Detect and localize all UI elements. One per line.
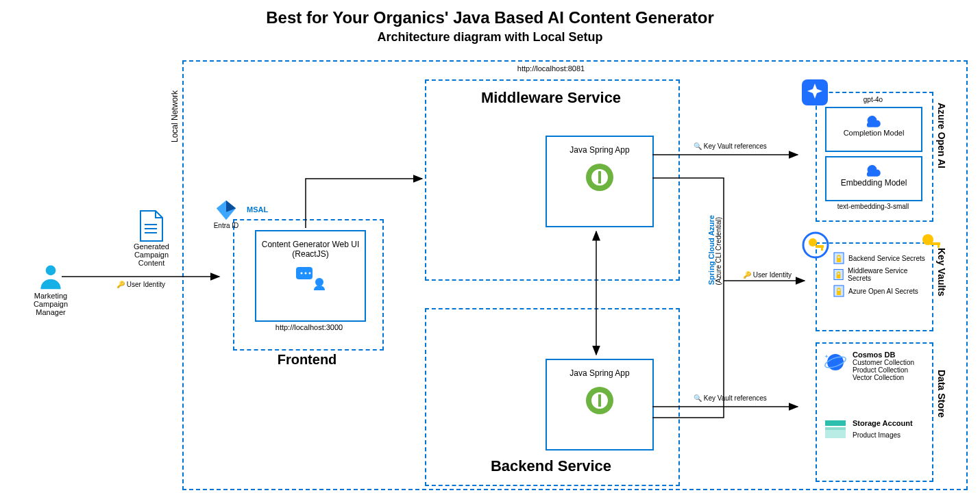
frontend-group-label: Frontend xyxy=(233,352,381,368)
svg-rect-36 xyxy=(825,420,846,426)
key-icon: 🔑 xyxy=(117,281,125,288)
spring-icon xyxy=(584,385,615,416)
mw-keyvault-ref-label: 🔍 Key Vault references xyxy=(694,142,767,150)
key-icon: 🔍 xyxy=(694,142,702,150)
key-icon: 🔍 xyxy=(694,394,702,402)
svg-point-9 xyxy=(309,272,311,275)
keyvault-item: Middleware Service Secrets xyxy=(833,267,928,282)
be-keyvault-ref-label: 🔍 Key Vault references xyxy=(694,394,767,402)
entra-id: Entra ID xyxy=(206,199,247,229)
svg-rect-33 xyxy=(837,291,841,295)
page-title: Best for Your Organics' Java Based AI Co… xyxy=(0,8,980,27)
key-icon: 🔑 xyxy=(743,271,751,279)
svg-point-7 xyxy=(301,272,303,275)
svg-rect-38 xyxy=(825,427,846,430)
completion-model-box: Completion Model xyxy=(825,107,922,152)
middleware-box: Java Spring App xyxy=(546,136,654,227)
kv-user-identity-label: 🔑 User Identity xyxy=(743,271,792,279)
backend-group-label: Backend Service xyxy=(425,457,677,475)
svg-rect-12 xyxy=(598,171,601,183)
svg-rect-27 xyxy=(938,242,940,248)
local-network-label: Local Network xyxy=(170,60,180,142)
svg-point-0 xyxy=(46,266,56,276)
arrow-middleware-backend xyxy=(589,227,603,359)
embedding-model-label: Embedding Model xyxy=(826,178,921,188)
keyvault-items: Backend Service Secrets Middleware Servi… xyxy=(833,249,928,300)
entra-id-label: Entra ID xyxy=(206,222,247,229)
middleware-group-label: Middleware Service xyxy=(425,89,677,107)
secret-icon xyxy=(833,268,844,281)
cosmos-db: Cosmos DB Customer Collection Product Co… xyxy=(824,351,927,381)
svg-rect-24 xyxy=(821,245,823,251)
keyvault-item: Backend Service Secrets xyxy=(833,252,928,264)
svg-point-8 xyxy=(305,272,307,275)
actor-label: Marketing Campaign Manager xyxy=(23,292,78,316)
generated-content-doc: Generated Campaign Content xyxy=(121,210,182,267)
architecture-diagram: Best for Your Organics' Java Based AI Co… xyxy=(0,0,980,495)
svg-rect-29 xyxy=(837,258,841,262)
svg-rect-15 xyxy=(598,394,601,407)
chat-ui-icon xyxy=(293,264,328,292)
cosmos-label: Cosmos DB xyxy=(853,351,914,359)
gpt-label: gpt-4o xyxy=(822,96,924,103)
backend-box: Java Spring App xyxy=(546,359,654,450)
arrow-services-keyvault xyxy=(652,174,810,427)
secret-icon xyxy=(833,285,844,297)
svg-rect-31 xyxy=(837,275,841,279)
openai-group-label: Azure Open AI xyxy=(936,103,947,212)
completion-model-label: Completion Model xyxy=(826,129,921,137)
keyvault-item: Azure Open AI Secrets xyxy=(833,285,928,297)
arrow-middleware-openai xyxy=(652,149,803,160)
entra-id-icon xyxy=(215,199,238,222)
middleware-url: http://localhost:8081 xyxy=(425,64,677,73)
cosmos-db-icon xyxy=(824,351,847,374)
embedding-model-name: text-embedding-3-small xyxy=(822,203,924,210)
keyvault-icon xyxy=(802,231,829,259)
frontend-url: http://localhost:3000 xyxy=(255,323,363,331)
spring-cloud-sublabel: (Azure CLI Credential) xyxy=(715,217,722,285)
document-icon xyxy=(138,210,165,242)
doc-label: Generated Campaign Content xyxy=(121,242,182,267)
spring-cloud-label-group: Spring Cloud Azure (Azure CLI Credential… xyxy=(707,215,728,331)
datastore-group-label: Data Store xyxy=(936,370,947,452)
storage-label: Storage Account xyxy=(853,419,913,427)
keyvaults-group-label: Key Vaults xyxy=(936,248,947,323)
backend-box-label: Java Spring App xyxy=(547,360,652,381)
arrow-backend-datastore xyxy=(652,401,803,412)
spring-icon xyxy=(584,162,615,193)
cloud-icon xyxy=(862,111,885,127)
secret-icon xyxy=(833,252,844,264)
page-subtitle: Architecture diagram with Local Setup xyxy=(0,30,980,45)
frontend-box: Content Generator Web UI (ReactJS) xyxy=(255,230,366,322)
embedding-model-box: Embedding Model xyxy=(825,156,922,201)
middleware-box-label: Java Spring App xyxy=(547,137,652,157)
storage-icon xyxy=(824,419,847,440)
cloud-icon xyxy=(862,160,885,177)
msal-label: MSAL xyxy=(247,205,268,214)
storage-account: Storage Account Product Images xyxy=(824,419,927,440)
arrow-frontend-middleware xyxy=(304,175,551,236)
svg-point-6 xyxy=(315,278,323,286)
user-identity-label: 🔑 User Identity xyxy=(117,281,165,288)
